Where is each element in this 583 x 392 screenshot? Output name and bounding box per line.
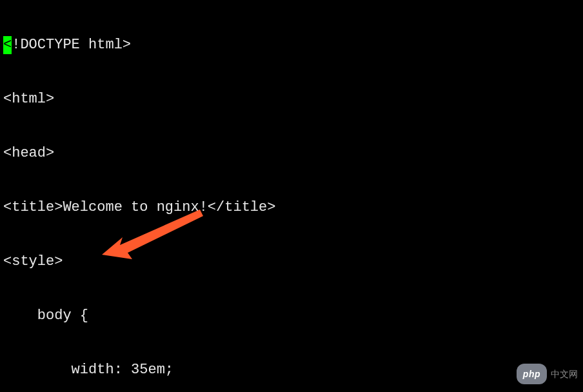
watermark: php 中文网	[517, 364, 578, 384]
code-line: <title>Welcome to nginx!</title>	[3, 199, 580, 217]
code-line: width: 35em;	[3, 361, 580, 379]
terminal-editor[interactable]: <!DOCTYPE html> <html> <head> <title>Wel…	[0, 0, 583, 392]
cursor: <	[3, 36, 12, 54]
watermark-text: 中文网	[551, 365, 578, 383]
code-line: <!DOCTYPE html>	[3, 36, 580, 54]
php-badge-icon: php	[517, 364, 547, 384]
code-line: body {	[3, 307, 580, 325]
code-line: <style>	[3, 253, 580, 271]
code-line: <head>	[3, 144, 580, 162]
code-line: <html>	[3, 90, 580, 108]
